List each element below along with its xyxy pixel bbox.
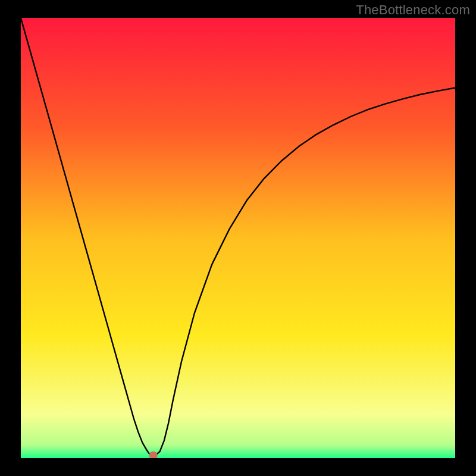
chart-frame: TheBottleneck.com <box>0 0 476 476</box>
chart-background <box>21 18 455 458</box>
chart-svg <box>21 18 455 458</box>
watermark-text: TheBottleneck.com <box>356 2 470 18</box>
plot-area <box>21 18 455 458</box>
